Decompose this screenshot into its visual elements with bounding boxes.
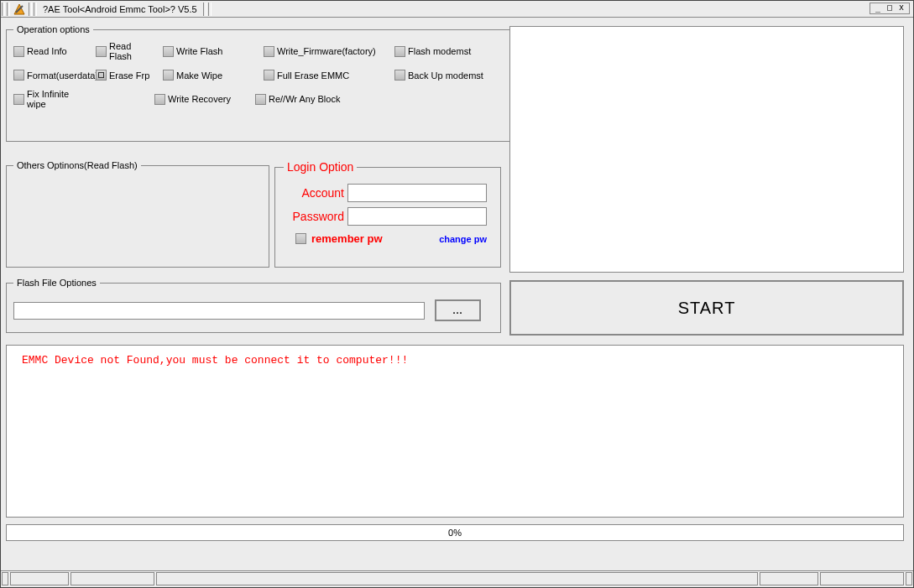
checkbox-write-firmware[interactable]: Write_Firmware(factory): [264, 46, 386, 57]
password-label: Password: [284, 210, 347, 223]
flash-file-path-input[interactable]: [13, 302, 425, 320]
info-panel: [509, 26, 904, 273]
checkbox-rewr-any-block[interactable]: Re//Wr Any Block: [255, 94, 378, 105]
browse-button[interactable]: ...: [435, 299, 481, 321]
checkbox-erase-frp[interactable]: Erase Frp: [96, 70, 154, 81]
title-bar: ?AE Tool<Android Emmc Tool>? V5.5 _ □ x: [1, 1, 913, 18]
checkbox-read-flash[interactable]: Read Flash: [96, 41, 154, 61]
password-input[interactable]: [347, 207, 487, 226]
others-options-legend: Others Optinons(Read Flash): [13, 160, 141, 170]
checkbox-write-flash[interactable]: Write Flash: [163, 46, 255, 57]
start-button[interactable]: START: [509, 280, 904, 336]
checkbox-backup-modemst[interactable]: Back Up modemst: [394, 70, 495, 81]
remember-pw-checkbox[interactable]: remember pw: [295, 232, 383, 245]
change-pw-link[interactable]: change pw: [439, 234, 487, 244]
account-label: Account: [284, 186, 347, 200]
log-output: EMMC Device not Found,you must be connec…: [6, 345, 904, 518]
login-option-legend: Login Option: [284, 160, 357, 174]
checkbox-fix-infinite-wipe[interactable]: Fix Infinite wipe: [13, 89, 87, 109]
checkbox-flash-modemst[interactable]: Flash modemst: [394, 46, 495, 57]
checkbox-format-userdata[interactable]: Format(userdata): [13, 70, 87, 81]
flash-file-group: Flash File Optiones ...: [6, 278, 501, 333]
window-controls: _ □ x: [870, 3, 910, 14]
operation-options-group: Operation options Read Info Read Flash W…: [6, 24, 511, 142]
account-input[interactable]: [347, 184, 487, 202]
others-options-group: Others Optinons(Read Flash): [6, 160, 269, 268]
progress-text: 0%: [448, 528, 462, 538]
checkbox-write-recovery[interactable]: Write Recovery: [154, 94, 247, 105]
status-bar: [1, 570, 913, 587]
maximize-button[interactable]: □: [884, 3, 896, 13]
app-icon: [13, 3, 26, 16]
checkbox-read-info[interactable]: Read Info: [13, 46, 87, 57]
login-option-group: Login Option Account Password remember p…: [274, 160, 501, 268]
window-title: ?AE Tool<Android Emmc Tool>? V5.5: [38, 4, 202, 14]
checkbox-full-erase-emmc[interactable]: Full Erase EMMC: [264, 70, 386, 81]
minimize-button[interactable]: _: [872, 3, 884, 13]
close-button[interactable]: x: [896, 3, 907, 13]
flash-file-legend: Flash File Optiones: [13, 278, 100, 288]
operation-options-legend: Operation options: [13, 24, 93, 34]
log-line: EMMC Device not Found,you must be connec…: [22, 354, 408, 367]
progress-bar: 0%: [6, 524, 904, 541]
checkbox-make-wipe[interactable]: Make Wipe: [163, 70, 255, 81]
